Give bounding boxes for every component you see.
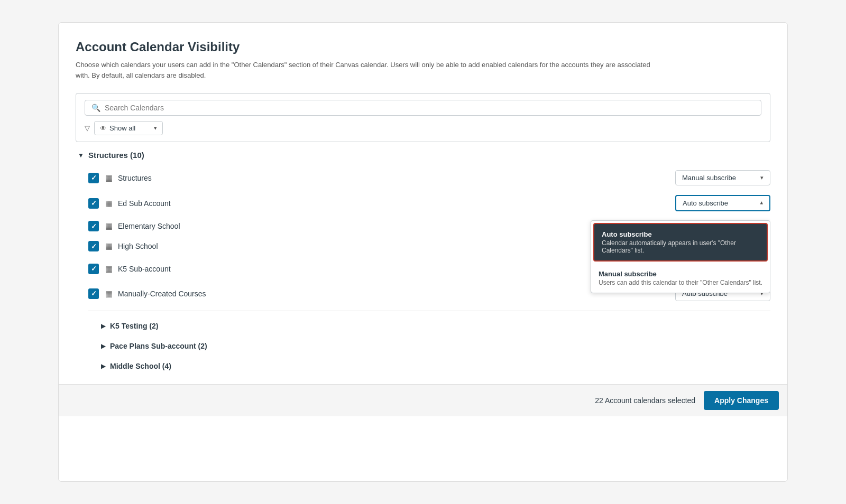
- content-area: ▼ Structures (10) ✓ ▦ Structures Manual …: [76, 142, 770, 376]
- manual-subscribe-desc: Users can add this calendar to their "Ot…: [599, 279, 762, 286]
- filter-icon: ▽: [85, 124, 90, 132]
- show-all-dropdown[interactable]: 👁 Show all ▾: [94, 121, 163, 135]
- subscribe-dropdown-menu: Auto subscribe Calendar automatically ap…: [591, 220, 770, 293]
- calendar-checkbox-2[interactable]: ✓: [88, 198, 99, 209]
- calendar-checkbox-4[interactable]: ✓: [88, 241, 99, 251]
- sub-section-k5: ▶ K5 Testing (2): [88, 316, 770, 335]
- calendar-grid-icon-5: ▦: [105, 264, 113, 274]
- check-icon: ✓: [91, 222, 97, 230]
- check-icon: ✓: [91, 290, 97, 297]
- calendar-row-2: ✓ ▦ Ed Sub Account Auto subscribe ▾ Auto…: [88, 191, 770, 216]
- show-all-label: Show all: [109, 124, 135, 132]
- subscribe-label-1: Manual subscribe: [682, 174, 736, 182]
- subscribe-label-2: Auto subscribe: [683, 199, 728, 207]
- filter-row: ▽ 👁 Show all ▾: [85, 121, 761, 135]
- manual-subscribe-title: Manual subscribe: [599, 270, 762, 278]
- calendar-name-2: Ed Sub Account: [118, 199, 675, 208]
- calendar-list-scroll[interactable]: ✓ ▦ Structures Manual subscribe ▾ ✓ ▦ Ed: [76, 166, 770, 376]
- sub-section-toggle-1[interactable]: ▶: [101, 322, 106, 330]
- sub-section-middle: ▶ Middle School (4): [88, 357, 770, 376]
- calendar-row: ✓ ▦ Structures Manual subscribe ▾: [88, 166, 770, 190]
- eye-icon: 👁: [100, 125, 106, 132]
- sub-section-title-1: K5 Testing (2): [110, 322, 159, 330]
- calendar-grid-icon-3: ▦: [105, 221, 113, 231]
- sub-section-title-3: Middle School (4): [110, 362, 171, 370]
- sub-section-toggle-2[interactable]: ▶: [101, 342, 106, 350]
- section-toggle-icon[interactable]: ▼: [78, 152, 84, 159]
- calendar-grid-icon-6: ▦: [105, 289, 113, 298]
- page-description: Choose which calendars your users can ad…: [76, 60, 657, 80]
- search-box[interactable]: 🔍: [85, 100, 761, 116]
- dropdown-item-auto[interactable]: Auto subscribe Calendar automatically ap…: [593, 223, 768, 262]
- auto-subscribe-title: Auto subscribe: [602, 230, 759, 238]
- bottom-bar: 22 Account calendars selected Apply Chan…: [59, 384, 787, 416]
- dropdown-chevron-icon: ▾: [760, 174, 764, 181]
- search-filter-panel: 🔍 ▽ 👁 Show all ▾: [76, 93, 770, 142]
- calendar-list: ✓ ▦ Structures Manual subscribe ▾ ✓ ▦ Ed: [76, 166, 770, 376]
- calendar-checkbox-1[interactable]: ✓: [88, 173, 99, 183]
- main-container: Account Calendar Visibility Choose which…: [58, 22, 788, 482]
- calendar-grid-icon-2: ▦: [105, 199, 113, 208]
- check-icon: ✓: [91, 199, 97, 207]
- subscribe-dropdown-1[interactable]: Manual subscribe ▾: [675, 170, 770, 185]
- apply-changes-button[interactable]: Apply Changes: [704, 391, 779, 410]
- calendar-checkbox-3[interactable]: ✓: [88, 221, 99, 231]
- check-icon: ✓: [91, 174, 97, 182]
- calendar-grid-icon-4: ▦: [105, 241, 113, 251]
- subscribe-dropdown-2[interactable]: Auto subscribe ▾: [675, 195, 770, 211]
- calendar-checkbox-6[interactable]: ✓: [88, 288, 99, 299]
- section-title: Structures (10): [88, 151, 144, 160]
- check-icon: ✓: [91, 265, 97, 273]
- sub-section-toggle-3[interactable]: ▶: [101, 362, 106, 370]
- sub-section-title-2: Pace Plans Sub-account (2): [110, 342, 207, 350]
- dropdown-chevron-up-icon: ▾: [760, 200, 763, 207]
- search-input[interactable]: [105, 104, 755, 112]
- page-title: Account Calendar Visibility: [76, 40, 770, 54]
- auto-subscribe-desc: Calendar automatically appears in user's…: [602, 239, 759, 254]
- calendar-name-1: Structures: [118, 174, 675, 182]
- filter-chevron-icon: ▾: [154, 125, 157, 132]
- check-icon: ✓: [91, 242, 97, 250]
- sub-section-pace: ▶ Pace Plans Sub-account (2): [88, 337, 770, 356]
- dropdown-item-manual[interactable]: Manual subscribe Users can add this cale…: [591, 264, 770, 293]
- calendar-grid-icon: ▦: [105, 173, 113, 183]
- search-icon: 🔍: [91, 104, 100, 112]
- section-header: ▼ Structures (10): [76, 151, 770, 160]
- selected-count: 22 Account calendars selected: [595, 396, 695, 405]
- divider: [88, 311, 770, 311]
- calendar-checkbox-5[interactable]: ✓: [88, 264, 99, 274]
